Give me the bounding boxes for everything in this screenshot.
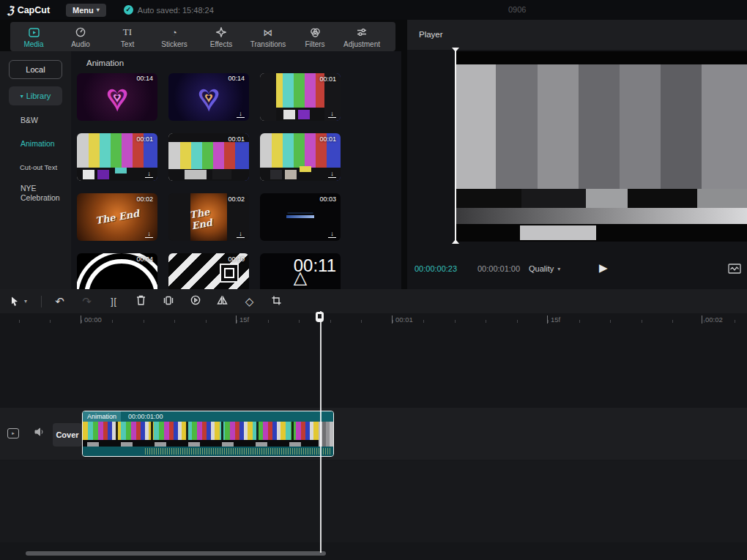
adjustment-icon [357,27,367,38]
undo-icon: ↶ [55,295,64,307]
sidebar-item-nye-celebration[interactable]: NYE Celebration [21,184,59,203]
redo-button[interactable]: ↷ [73,295,100,308]
thumbnail-neon-heart-purple[interactable]: ♥♥♥♥ 00:14 ↓ [168,73,249,121]
tab-label: Adjustment [343,40,380,48]
project-name: 0906 [508,5,526,14]
clip-name: Animation [83,411,121,422]
section-title: Animation [86,59,124,67]
sidebar-item-bw[interactable]: B&W [21,116,38,124]
sidebar-item-label: Local [26,65,45,74]
video-preview[interactable] [456,51,747,242]
download-icon: ↓ [237,231,245,238]
freeze-icon [163,296,174,305]
chevron-down-icon: ▾ [557,266,560,272]
check-circle-icon: ✓ [124,5,133,15]
track-preview-icon[interactable]: ▸ [7,428,19,438]
timeline-ruler[interactable]: 00:00 15f 00:01 15f 00:02 [0,313,747,327]
thumbnail-white-arcs[interactable]: 00:04 [77,253,157,289]
preview-scale-icon[interactable] [728,264,741,277]
clip-filmstrip [83,422,333,448]
video-black-band [456,51,747,64]
tab-audio[interactable]: Audio [57,26,104,48]
menu-button[interactable]: Menu ▾ [66,4,106,17]
tab-label: Effects [210,40,232,48]
mute-track-icon[interactable] [34,427,45,440]
thumbnail-color-bars[interactable]: 00:01 [168,133,249,181]
play-button[interactable]: ▶ [599,261,608,275]
duration-badge: 00:01 [319,75,336,83]
cover-button[interactable]: Cover [53,423,82,447]
mirror-button[interactable] [209,295,236,307]
tab-label: Text [121,40,134,48]
video-gray-bars [456,64,747,189]
split-button[interactable]: ][ [100,296,127,307]
rotate-button[interactable]: ◇ [236,295,263,308]
tab-text[interactable]: TI Text [104,26,151,48]
thumbnail-color-bars[interactable]: 00:01 ↓ [260,133,341,181]
tab-effects[interactable]: Effects [198,26,245,48]
player-title: Player [419,30,443,39]
freeze-button[interactable] [155,295,182,307]
download-icon: ↓ [328,231,336,238]
menu-button-label: Menu [73,6,94,15]
tab-stickers[interactable]: ◔ Stickers [151,26,198,48]
timeline-panel: ▾ ↶ ↷ ][ ◇ 00:00 [0,289,747,560]
playhead-handle[interactable] [316,312,324,322]
thumbnail-inner: The End [190,193,227,241]
horizontal-scrollbar[interactable] [26,551,326,556]
thumbnail-neon-heart-pink[interactable]: ♥♥♥♥ 00:14 [77,73,157,121]
sidebar-item-cutout-text[interactable]: Cut-out Text [20,163,57,171]
playhead-line[interactable] [320,311,322,553]
download-icon: ↓ [237,111,245,118]
ruler-label: 15f [236,316,249,324]
tab-media[interactable]: Media [10,26,57,48]
quality-dropdown[interactable]: Quality ▾ [529,264,560,273]
select-tool-button[interactable]: ▾ [0,296,37,307]
sidebar-item-animation[interactable]: Animation [21,139,55,148]
timeline-clip[interactable]: Animation 00:00:01:00 [82,411,334,457]
duration-badge: 00:01 [319,135,336,143]
selection-handle-top[interactable] [452,48,459,52]
tab-transitions[interactable]: ⋈ Transitions [245,26,291,48]
sidebar-item-label: B&W [21,116,38,124]
thumbnail-diagonal-stripes[interactable]: 00:10 [168,253,249,289]
tab-adjustment[interactable]: Adjustment [338,26,385,48]
ruler-label: 00:01 [392,316,413,324]
capcut-logo: ℨ CapCut [7,4,50,16]
reverse-button[interactable] [182,295,209,307]
duration-badge: 00:14 [228,75,245,82]
thumbnail-the-end[interactable]: The End 00:02 ↓ [77,193,157,241]
sidebar-item-label: NYE Celebration [21,184,60,202]
delete-button[interactable] [127,295,155,307]
thumbnail-color-bars[interactable]: 00:01 ↓ [260,73,341,121]
thumbnail-caption: The End [189,203,228,231]
app-name: CapCut [18,5,50,15]
video-selection-edge[interactable] [455,51,456,242]
reverse-icon [190,295,201,305]
download-icon: ↓ [145,171,153,178]
thumbnail-triangle-glitch[interactable]: △ 00:11 [260,253,341,289]
ruler-label: 00:00 [81,316,102,324]
thumbnail-color-bars[interactable]: 00:01 ↓ [77,133,157,181]
color-bar-bottom [276,108,324,121]
media-icon [29,27,40,38]
sidebar-item-local[interactable]: Local [9,60,62,79]
chevron-down-icon: ▾ [97,7,100,13]
chevron-down-icon: ▾ [21,93,23,100]
thumbnail-loading-screen[interactable]: 00:03 ↓ [260,193,341,241]
selection-handle-bottom[interactable] [452,239,459,244]
undo-button[interactable]: ↶ [46,295,73,308]
thumbnail-the-end-vertical[interactable]: The End 00:02 ↓ [168,193,249,241]
empty-track-area [0,460,747,542]
clip-duration: 00:00:01:00 [128,413,163,420]
heart-shape: ♥ [207,94,211,101]
duration-badge: 00:14 [136,75,153,82]
quality-label: Quality [529,264,554,273]
thumbnail-caption: The End [94,208,140,226]
crop-button[interactable] [263,295,290,307]
sidebar-item-library[interactable]: ▾ Library [9,86,62,105]
crop-icon [272,296,281,305]
tab-filters[interactable]: Filters [291,26,338,48]
capcut-window: ℨ CapCut Menu ▾ ✓ Auto saved: 15:48:24 0… [0,0,747,560]
thumbnail-grid: ♥♥♥♥ 00:14 ♥♥♥♥ 00:14 ↓ 00:01 ↓ 00:01 ↓ … [77,73,355,289]
